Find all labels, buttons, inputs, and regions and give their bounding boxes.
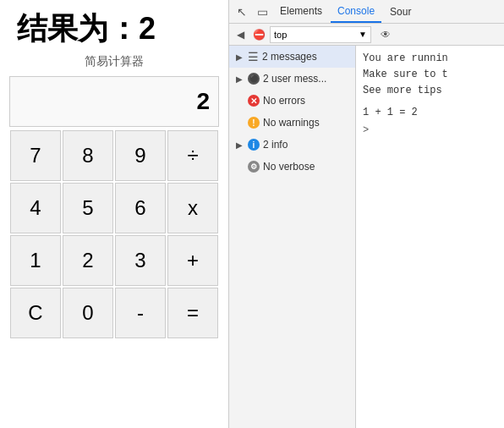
calc-buttons: 7 8 9 ÷ 4 5 6 x 1 2 3 + C 0 - = [10, 130, 218, 338]
cursor-icon[interactable]: ↖ [233, 3, 251, 21]
tab-elements[interactable]: Elements [273, 1, 329, 23]
tab-console-label: Console [337, 5, 375, 17]
btn-4[interactable]: 4 [10, 183, 61, 233]
sidebar-item-warnings[interactable]: ! No warnings [229, 112, 355, 134]
console-line-3: See more tips [363, 83, 497, 99]
btn-8[interactable]: 8 [63, 130, 113, 181]
console-toolbar: ◀ ⛔ top ▼ 👁 [229, 24, 504, 46]
messages-arrow: ▶ [236, 52, 244, 62]
error-icon: ✕ [248, 95, 260, 107]
btn-7[interactable]: 7 [10, 130, 61, 181]
console-line-1: You are runnin [363, 51, 497, 67]
sidebar-item-info[interactable]: ▶ i 2 info [229, 134, 355, 156]
block-icon[interactable]: ⛔ [251, 27, 266, 42]
calculator-panel: 结果为：2 简易计算器 2 7 8 9 ÷ 4 5 6 x 1 2 3 + C … [0, 0, 228, 428]
tab-console[interactable]: Console [331, 1, 381, 23]
btn-divide[interactable]: ÷ [167, 130, 218, 181]
btn-3[interactable]: 3 [115, 235, 166, 286]
btn-0[interactable]: 0 [63, 288, 113, 338]
sidebar-item-errors[interactable]: ✕ No errors [229, 90, 355, 112]
console-line-2: Make sure to t [363, 67, 497, 83]
btn-equals[interactable]: = [167, 288, 218, 338]
back-icon[interactable]: ◀ [233, 27, 248, 42]
console-output: You are runnin Make sure to t See more t… [356, 46, 504, 428]
btn-5[interactable]: 5 [63, 183, 113, 233]
user-messages-icon: ⚫ [248, 73, 260, 85]
user-messages-label: 2 user mess... [263, 73, 326, 85]
calc-display: 2 [9, 76, 219, 127]
btn-9[interactable]: 9 [115, 130, 166, 181]
info-arrow: ▶ [236, 140, 244, 150]
console-prompt[interactable]: > [363, 124, 497, 136]
warning-icon: ! [248, 117, 260, 129]
errors-label: No errors [263, 95, 305, 107]
sidebar-item-user-messages[interactable]: ▶ ⚫ 2 user mess... [229, 68, 355, 90]
tab-sources[interactable]: Sour [383, 1, 418, 23]
calc-subtitle: 简易计算器 [85, 54, 144, 69]
verbose-icon: ⚙ [248, 161, 260, 173]
btn-multiply[interactable]: x [167, 183, 218, 233]
verbose-label: No verbose [263, 161, 315, 173]
verbose-arrow [236, 162, 244, 172]
btn-6[interactable]: 6 [115, 183, 166, 233]
mobile-icon[interactable]: ▭ [253, 3, 271, 21]
context-arrow: ▼ [359, 30, 367, 39]
tab-elements-label: Elements [280, 5, 322, 17]
console-sidebar: ▶ ☰ 2 messages ▶ ⚫ 2 user mess... ✕ No e… [229, 46, 356, 428]
info-icon: i [248, 139, 260, 151]
btn-add[interactable]: + [167, 235, 218, 286]
sidebar-item-messages[interactable]: ▶ ☰ 2 messages [229, 46, 355, 68]
display-value: 2 [196, 88, 210, 115]
btn-2[interactable]: 2 [63, 235, 113, 286]
messages-icon: ☰ [248, 50, 259, 63]
errors-arrow [236, 96, 244, 106]
user-messages-arrow: ▶ [236, 74, 244, 84]
warnings-arrow [236, 118, 244, 128]
tab-sources-label: Sour [390, 6, 411, 18]
devtools-tabs-bar: ↖ ▭ Elements Console Sour [229, 0, 504, 24]
btn-1[interactable]: 1 [10, 235, 61, 286]
eye-icon[interactable]: 👁 [378, 27, 393, 42]
console-line-4: 1 + 1 = 2 [363, 105, 497, 121]
sidebar-item-verbose[interactable]: ⚙ No verbose [229, 156, 355, 178]
result-title: 结果为：2 [17, 8, 156, 50]
warnings-label: No warnings [263, 117, 320, 129]
messages-label: 2 messages [262, 51, 317, 63]
console-body: ▶ ☰ 2 messages ▶ ⚫ 2 user mess... ✕ No e… [229, 46, 504, 428]
devtools-panel: ↖ ▭ Elements Console Sour ◀ ⛔ top ▼ 👁 ▶ … [228, 0, 504, 428]
info-label: 2 info [263, 139, 288, 151]
btn-clear[interactable]: C [10, 288, 61, 338]
btn-subtract[interactable]: - [115, 288, 166, 338]
context-selector[interactable]: top ▼ [270, 26, 371, 43]
